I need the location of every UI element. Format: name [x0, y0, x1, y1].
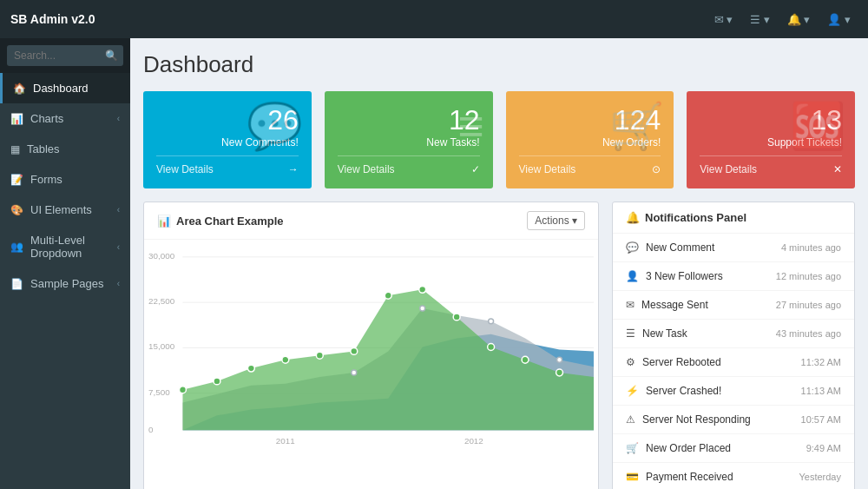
notif-message-icon: ✉: [626, 299, 635, 311]
tasks-view-details[interactable]: View Details: [338, 163, 395, 175]
orders-view-details[interactable]: View Details: [519, 163, 576, 175]
sidebar-label-dashboard: Dashboard: [33, 82, 89, 95]
bell-nav-button[interactable]: 🔔 ▾: [780, 10, 818, 30]
gdot-2: [420, 306, 425, 311]
bell-icon: 🔔: [626, 211, 640, 224]
notif-text-6: Server Crashed!: [646, 385, 721, 397]
sidebar-search-area: 🔍: [0, 38, 130, 73]
area-chart-title: 📊 Area Chart Example: [157, 215, 284, 228]
main-container: 🔍 🏠 Dashboard 📊 Charts ‹: [0, 38, 868, 489]
stat-card-comments: 💬 26 New Comments! View Details →: [143, 91, 312, 188]
sidebar-item-dashboard[interactable]: 🏠 Dashboard: [0, 73, 130, 103]
mail-nav-button[interactable]: ✉ ▾: [707, 10, 740, 30]
notif-time-3: 27 minutes ago: [776, 300, 841, 310]
gdot-4: [557, 357, 562, 362]
notif-text-3: Message Sent: [641, 299, 708, 311]
notif-text-4: New Task: [642, 327, 687, 340]
notif-payment-icon: 💳: [626, 471, 639, 483]
notifications-title: 🔔 Notifications Panel: [626, 211, 746, 224]
top-navbar: SB Admin v2.0 ✉ ▾ ☰ ▾ 🔔 ▾ 👤 ▾: [0, 0, 868, 38]
area-chart-header: 📊 Area Chart Example Actions ▾: [144, 202, 598, 240]
nav-right-icons: ✉ ▾ ☰ ▾ 🔔 ▾ 👤 ▾: [707, 10, 858, 30]
orders-footer: View Details ⊙: [519, 155, 661, 175]
comments-footer-icon: →: [288, 163, 299, 175]
tasks-bg-icon: ≡: [457, 100, 483, 152]
forms-icon: 📝: [10, 174, 23, 186]
area-chart-body: 30,000 22,500 15,000 7,500 0: [144, 240, 598, 457]
sidebar-item-sample-pages[interactable]: 📄 Sample Pages ‹: [0, 268, 130, 299]
sidebar-label-tables: Tables: [27, 142, 60, 155]
notification-item: ✉ Message Sent 27 minutes ago: [613, 291, 854, 320]
dot-5: [316, 352, 323, 359]
sidebar: 🔍 🏠 Dashboard 📊 Charts ‹: [0, 38, 130, 489]
list-nav-button[interactable]: ☰ ▾: [743, 10, 777, 30]
notif-reboot-icon: ⚙: [626, 356, 635, 368]
svg-text:30,000: 30,000: [148, 251, 175, 261]
sample-icon: 📄: [10, 278, 23, 290]
comments-view-details[interactable]: View Details: [156, 163, 214, 175]
gdot-3: [489, 319, 494, 324]
notification-item: ⚙ Server Rebooted 11:32 AM: [613, 348, 854, 377]
notif-time-5: 11:32 AM: [801, 357, 841, 367]
notification-item: 💳 Payment Received Yesterday: [613, 463, 854, 489]
dot-4: [282, 356, 289, 363]
dot-12: [556, 369, 563, 376]
notif-crash-icon: ⚡: [626, 385, 639, 397]
notif-order-icon: 🛒: [626, 442, 639, 454]
chevron-right-icon: ‹: [117, 114, 120, 123]
sidebar-item-multi-level[interactable]: 👥 Multi-Level Dropdown ‹: [0, 225, 130, 268]
notification-item: ⚠ Server Not Responding 10:57 AM: [613, 406, 854, 434]
notif-time-9: Yesterday: [799, 472, 841, 482]
svg-text:15,000: 15,000: [148, 341, 175, 351]
svg-text:7,500: 7,500: [148, 387, 170, 397]
notification-item: 👤 3 New Followers 12 minutes ago: [613, 262, 854, 291]
search-wrap: 🔍: [7, 45, 123, 66]
sidebar-item-ui-elements[interactable]: 🎨 UI Elements ‹: [0, 195, 130, 225]
notif-text-1: New Comment: [646, 241, 714, 254]
page-title: Dashboard: [143, 51, 855, 78]
sidebar-label-charts: Charts: [30, 112, 63, 125]
orders-bg-icon: 🛒: [608, 100, 665, 153]
support-bg-icon: 🆘: [790, 100, 846, 153]
notification-item: ☰ New Task 43 minutes ago: [613, 320, 854, 348]
dot-9: [453, 314, 460, 320]
notif-time-2: 12 minutes ago: [776, 271, 841, 281]
stat-card-support: 🆘 13 Support Tickets! View Details ✕: [687, 91, 855, 188]
chevron-ui-icon: ‹: [117, 205, 120, 215]
support-view-details[interactable]: View Details: [700, 163, 757, 175]
sidebar-item-tables[interactable]: ▦ Tables: [0, 134, 130, 164]
dot-2: [214, 378, 220, 385]
svg-text:2011: 2011: [276, 436, 295, 446]
content-area: Dashboard 💬 26 New Comments! View Detail…: [130, 38, 868, 489]
comments-bg-icon: 💬: [247, 100, 303, 153]
tasks-footer-icon: ✓: [471, 163, 480, 175]
notif-time-8: 9:49 AM: [806, 443, 841, 453]
sidebar-item-forms[interactable]: 📝 Forms: [0, 164, 130, 195]
chevron-multi-icon: ‹: [117, 242, 120, 252]
notif-task-icon: ☰: [626, 327, 635, 340]
orders-footer-icon: ⊙: [652, 163, 661, 175]
notif-time-4: 43 minutes ago: [776, 328, 841, 339]
sidebar-item-charts[interactable]: 📊 Charts ‹: [0, 103, 130, 134]
sidebar-label-forms: Forms: [30, 173, 62, 186]
dot-7: [385, 292, 391, 299]
notification-item: 🛒 New Order Placed 9:49 AM: [613, 434, 854, 463]
notif-followers-icon: 👤: [626, 270, 639, 282]
charts-icon: 📊: [10, 113, 23, 125]
notif-time-1: 4 minutes ago: [781, 242, 841, 253]
sidebar-label-ui: UI Elements: [30, 203, 92, 216]
area-chart-actions-button[interactable]: Actions ▾: [527, 211, 585, 230]
multi-icon: 👥: [10, 241, 23, 253]
notification-item: 💬 New Comment 4 minutes ago: [613, 234, 854, 262]
user-nav-button[interactable]: 👤 ▾: [820, 10, 858, 30]
support-footer: View Details ✕: [700, 155, 842, 175]
tables-icon: ▦: [10, 143, 20, 155]
chevron-sample-icon: ‹: [117, 279, 120, 288]
sidebar-label-sample: Sample Pages: [30, 277, 104, 290]
notif-time-6: 11:13 AM: [801, 386, 841, 396]
dot-1: [180, 387, 187, 393]
dot-6: [351, 347, 358, 354]
notif-text-9: Payment Received: [646, 471, 733, 483]
notif-warning-icon: ⚠: [626, 413, 635, 426]
comments-footer: View Details →: [156, 155, 299, 175]
